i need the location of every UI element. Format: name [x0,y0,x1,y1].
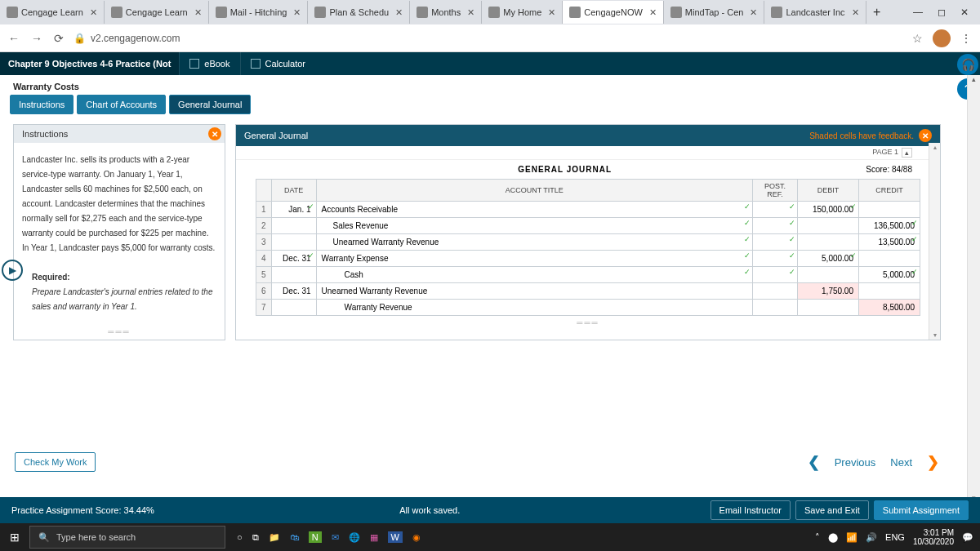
browser-tab[interactable]: Cengage Learn✕ [0,1,105,24]
chevron-left-icon[interactable]: ❮ [808,453,820,471]
notifications-icon[interactable]: 💬 [962,532,973,543]
calculator-button[interactable]: Calculator [240,52,316,75]
wifi-icon[interactable]: 📶 [846,532,858,543]
submit-assignment-button[interactable]: Submit Assignment [874,500,969,520]
minimize-icon[interactable]: — [913,7,923,18]
scroll-down-icon[interactable]: ▾ [929,331,940,339]
profile-avatar[interactable] [933,29,951,47]
start-button[interactable]: ⊞ [0,531,29,544]
tray-chevron-icon[interactable]: ˄ [815,532,820,543]
word-icon[interactable]: W [388,531,403,543]
forward-button[interactable]: → [31,32,42,45]
url-text[interactable]: v2.cengagenow.com [91,33,180,44]
close-tab-icon[interactable]: ✕ [467,7,474,18]
browser-tab[interactable]: MindTap - Cen✕ [664,1,765,24]
chat-badge-icon[interactable]: 🎧 [957,54,978,75]
browser-tab[interactable]: Landcaster Inc✕ [764,1,866,24]
close-icon[interactable]: ✕ [919,129,932,142]
back-button[interactable]: ← [8,32,20,45]
practice-score: Practice Assignment Score: 34.44% [11,505,154,515]
close-icon[interactable]: ✕ [208,127,221,140]
check-my-work-button[interactable]: Check My Work [15,452,96,472]
maximize-icon[interactable]: ◻ [938,7,946,18]
volume-icon[interactable]: 🔊 [866,532,877,543]
view-option-icon[interactable] [876,100,891,112]
reload-button[interactable]: ⟳ [54,32,64,45]
page-up-icon[interactable]: ▴ [902,148,912,158]
favicon-icon [488,7,500,18]
view-option-icon[interactable] [915,100,930,112]
close-tab-icon[interactable]: ✕ [750,7,757,18]
browser-tab-strip: Cengage Learn✕Cengage Learn✕Mail - Hitch… [0,0,980,24]
chrome-icon[interactable]: 🌐 [349,532,360,543]
menu-icon[interactable]: ⋮ [960,32,972,45]
check-icon: ✓ [308,251,314,260]
ebook-button[interactable]: eBook [179,52,239,75]
page-label: PAGE 1 [872,148,898,158]
table-row[interactable]: 4Dec. 31✓Warranty Expense✓✓5,000.00✓ [256,251,920,267]
resize-grip-icon[interactable]: ═══ [236,316,940,330]
next-button[interactable]: Next [890,456,912,469]
table-row[interactable]: 2Sales Revenue✓✓136,500.00✓ [256,218,920,234]
app-icon[interactable]: ◉ [412,532,421,543]
browser-tab[interactable]: Mail - Hitching✕ [209,1,309,24]
check-icon: ✓ [911,268,918,276]
chevron-right-icon[interactable]: ❯ [927,453,939,471]
sub-tab[interactable]: Chart of Accounts [77,95,166,114]
app-icon[interactable]: ▦ [370,532,378,543]
browser-tab[interactable]: CengageNOW✕ [563,1,664,24]
close-window-icon[interactable]: ✕ [960,7,969,18]
browser-tab[interactable]: Plan & Schedu✕ [308,1,410,24]
security-icon[interactable]: ⬤ [828,532,838,543]
required-text: Prepare Landcaster's journal entries rel… [32,287,212,311]
browser-tab[interactable]: Cengage Learn✕ [105,1,209,24]
windows-search-input[interactable]: 🔍 Type here to search [29,526,225,549]
panel-scrollbar[interactable]: ▴ ▾ [929,143,940,340]
table-row[interactable]: 3Unearned Warranty Revenue✓✓13,500.00✓ [256,234,920,251]
close-tab-icon[interactable]: ✕ [293,7,301,18]
favicon-icon [7,7,18,18]
close-tab-icon[interactable]: ✕ [852,7,859,18]
close-tab-icon[interactable]: ✕ [548,7,555,18]
check-icon: ✓ [850,251,857,260]
instructions-panel: Instructions ✕ Landcaster Inc. sells its… [13,124,225,340]
table-row[interactable]: 5Cash✓✓5,000.00✓ [256,267,920,283]
cortana-icon[interactable]: ○ [237,532,243,542]
mail-icon[interactable]: ✉ [332,532,339,543]
previous-button[interactable]: Previous [835,456,876,469]
table-row[interactable]: 7Warranty Revenue8,500.00 [256,300,920,316]
save-and-exit-button[interactable]: Save and Exit [795,500,869,520]
close-tab-icon[interactable]: ✕ [649,7,657,18]
scroll-up-icon[interactable]: ▴ [968,75,980,83]
search-icon: 🔍 [38,532,50,543]
new-tab-button[interactable]: + [866,5,888,20]
sub-tab[interactable]: Instructions [10,95,74,114]
view-option-icon[interactable] [896,100,911,112]
task-view-icon[interactable]: ⧉ [252,532,259,543]
assignment-title: Chapter 9 Objectives 4-6 Practice (Not [0,52,179,75]
page-scrollbar[interactable]: ▴ ▾ [967,75,980,502]
n-app-icon[interactable]: N [309,531,322,543]
table-row[interactable]: 6Dec. 31Unearned Warranty Revenue1,750.0… [256,283,920,300]
email-instructor-button[interactable]: Email Instructor [710,500,791,520]
favicon-icon [670,7,682,18]
language-indicator[interactable]: ENG [885,532,905,542]
favicon-icon [416,7,428,18]
close-tab-icon[interactable]: ✕ [90,7,97,18]
clock[interactable]: 3:01 PM 10/30/2020 [913,528,954,546]
play-button[interactable]: ▶ [2,260,23,281]
close-tab-icon[interactable]: ✕ [395,7,403,18]
browser-tab[interactable]: Months✕ [410,1,482,24]
star-icon[interactable]: ☆ [912,32,923,45]
store-icon[interactable]: 🛍 [290,532,299,542]
resize-grip-icon[interactable]: ═══ [14,324,225,340]
actions-row: Check My Work ❮ Previous Next ❯ [0,445,954,479]
scroll-up-icon[interactable]: ▴ [929,144,940,151]
address-bar: ← → ⟳ 🔒 v2.cengagenow.com ☆ ⋮ [0,24,980,52]
table-row[interactable]: 1Jan. 1✓Accounts Receivable✓✓150,000.00✓ [256,202,920,218]
close-tab-icon[interactable]: ✕ [194,7,202,18]
explorer-icon[interactable]: 📁 [269,532,280,543]
browser-tab[interactable]: My Home✕ [482,1,563,24]
sub-tab[interactable]: General Journal [169,95,251,114]
sub-tab-bar: InstructionsChart of AccountsGeneral Jou… [0,95,954,114]
